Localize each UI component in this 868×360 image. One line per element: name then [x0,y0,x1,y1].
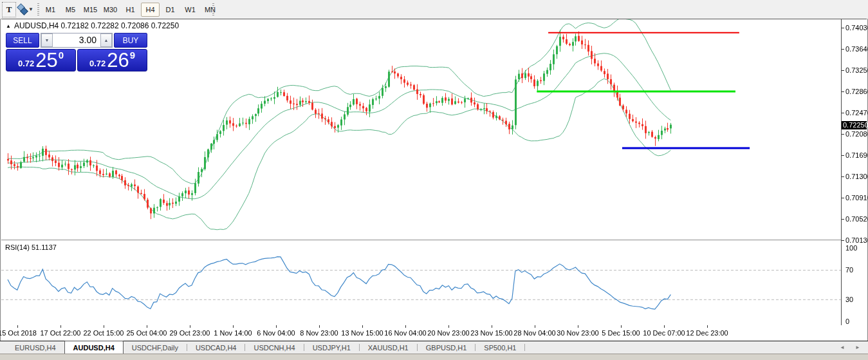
date-tick [664,325,665,328]
sell-price-point: 0 [59,50,64,61]
date-axis-label: 1 Nov 14:00 [214,329,252,337]
chart-tab-sp500-h1[interactable]: SP500,H1 [476,341,524,354]
price-tick [842,113,844,113]
price-axis-label: 0.73250 [845,66,868,74]
price-axis-label: 0.70910 [845,194,868,202]
rsi-axis-label: 30 [845,296,853,303]
chevron-down-icon[interactable]: ▼ [28,2,34,16]
volume-decrease-button[interactable]: ▼ [41,33,53,47]
date-tick [276,325,277,328]
timeframe-button-w1[interactable]: W1 [181,3,199,17]
price-tick [842,91,844,92]
chart-tab-usdjpy-h1[interactable]: USDJPY,H1 [304,341,359,354]
sell-price-button[interactable]: 0.72 25 0 [6,49,76,71]
buy-button[interactable]: BUY [114,33,147,48]
price-tick [842,49,844,50]
price-tick [842,28,844,28]
price-axis[interactable]: 0.740300.736400.732500.728600.724700.720… [842,19,867,326]
date-axis[interactable]: 15 Oct 201817 Oct 22:0022 Oct 15:0025 Oc… [1,325,867,341]
price-axis-label: 0.70520 [845,215,868,223]
date-axis-label: 12 Dec 23:00 [686,329,728,337]
date-axis-label: 8 Nov 23:00 [300,329,338,337]
price-tick [842,219,844,220]
timeframe-button-d1[interactable]: D1 [161,3,180,17]
date-tick [17,325,18,328]
date-tick [233,325,234,328]
date-axis-label: 23 Nov 15:00 [470,329,512,337]
volume-input[interactable]: 3.00 [53,33,100,47]
date-tick [190,325,190,328]
timeframe-button-m1[interactable]: M1 [41,3,60,17]
volume-increase-button[interactable]: ▲ [100,33,112,47]
timeframe-button-m5[interactable]: M5 [61,3,80,17]
toolbar: T ▼ M1M5M15M30H1H4D1W1MN [0,0,868,19]
rsi-axis-label: 100 [845,244,857,252]
date-tick [707,325,708,328]
tab-scroll-right-icon[interactable]: ► [855,345,860,350]
price-tick [842,134,844,135]
rsi-indicator-label: RSI(14) 51.1137 [5,243,57,251]
rsi-chart-canvas[interactable] [1,242,841,326]
date-tick [578,325,578,328]
price-axis-label: 0.70130 [845,236,868,244]
current-price-tag: 0.72250 [842,121,867,129]
date-tick [405,325,406,328]
buy-price-pips: 26 [107,49,129,72]
chart-tab-bar: EURUSD,H4AUDUSD,H4USDCHF,DailyUSDCAD,H4U… [0,341,868,354]
mt4-window: T ▼ M1M5M15M30H1H4D1W1MN ▲ AUDUSD,H4 0.7… [0,0,868,360]
chart-ohlc-text: AUDUSD,H4 0.72182 0.72282 0.72086 0.7225… [14,21,179,30]
date-tick [147,325,147,328]
price-tick [842,155,844,156]
chart-tab-audusd-h4[interactable]: AUDUSD,H4 [64,341,124,354]
chart-tab-usdchf-daily[interactable]: USDCHF,Daily [124,341,187,354]
sell-price-pips: 25 [35,49,57,72]
date-axis-label: 25 Oct 04:00 [127,329,167,337]
collapse-panel-icon[interactable]: ▲ [6,23,11,29]
volume-box: ▼ 3.00 ▲ [41,33,113,48]
date-tick [448,325,449,328]
date-tick [60,325,61,328]
one-click-trading-panel: SELL ▼ 3.00 ▲ BUY 0.72 25 0 0.72 26 9 [6,33,147,71]
buy-price-prefix: 0.72 [89,52,106,68]
timeframe-button-m30[interactable]: M30 [101,3,120,17]
tab-separator [524,344,525,351]
chart-tab-gbpusd-h1[interactable]: GBPUSD,H1 [418,341,476,354]
chart-title: ▲ AUDUSD,H4 0.72182 0.72282 0.72086 0.72… [6,21,179,30]
sell-button[interactable]: SELL [6,33,39,48]
status-bar-edge [0,354,868,360]
date-axis-label: 5 Dec 15:00 [602,329,640,337]
timeframe-button-m15[interactable]: M15 [81,3,100,17]
chart-window: ▲ AUDUSD,H4 0.72182 0.72282 0.72086 0.72… [1,19,867,325]
buy-price-button[interactable]: 0.72 26 9 [77,49,147,71]
tab-scroll-left-icon[interactable]: ◄ [840,345,845,350]
date-axis-label: 16 Nov 04:00 [384,329,426,337]
price-axis-label: 0.72080 [845,130,868,138]
chart-tab-xauusd-h1[interactable]: XAUUSD,H1 [360,341,417,354]
date-tick [319,325,320,328]
timeframe-button-h4[interactable]: H4 [141,3,160,17]
date-axis-label: 6 Nov 04:00 [257,329,295,337]
date-axis-label: 10 Dec 07:00 [643,329,685,337]
price-tick [842,70,844,71]
objects-tool-icon[interactable] [16,2,28,16]
date-tick [535,325,535,328]
date-axis-label: 22 Oct 15:00 [84,329,124,337]
toolbar-grip[interactable] [37,3,39,15]
price-axis-label: 0.72860 [845,88,868,95]
date-axis-label: 15 Oct 2018 [0,329,37,337]
buy-price-point: 9 [130,50,135,61]
price-tick [842,198,844,198]
timeframe-button-h1[interactable]: H1 [121,3,140,17]
date-axis-label: 13 Nov 15:00 [341,329,383,337]
date-tick [362,325,363,328]
chart-tab-usdcad-h4[interactable]: USDCAD,H4 [187,341,245,354]
price-axis-label: 0.72470 [845,109,868,117]
chart-tab-usdcnh-h4[interactable]: USDCNH,H4 [245,341,303,354]
date-tick [621,325,622,328]
price-axis-label: 0.73640 [845,45,868,53]
timeframe-button-mn[interactable]: MN [201,3,219,17]
date-axis-label: 20 Nov 23:00 [427,329,469,337]
text-tool-button[interactable]: T [2,2,16,17]
toolbar-grip[interactable] [212,3,214,15]
chart-tab-eurusd-h4[interactable]: EURUSD,H4 [6,341,64,354]
